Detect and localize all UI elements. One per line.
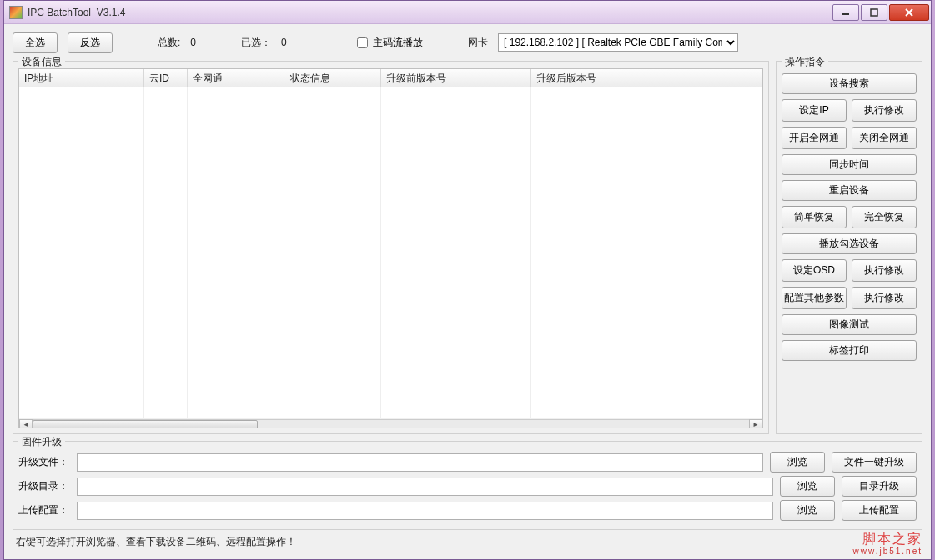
exec-modify-other-button[interactable]: 执行修改 [852, 287, 917, 309]
footer-hint: 右键可选择打开浏览器、查看下载设备二维码、远程配置操作！ [13, 535, 922, 549]
titlebar: IPC BatchTool_V3.1.4 [4, 1, 931, 24]
upload-config-input[interactable] [77, 502, 773, 520]
total-label: 总数: [158, 36, 180, 50]
invert-select-button[interactable]: 反选 [68, 32, 113, 53]
mainstream-checkbox[interactable] [357, 38, 368, 48]
scroll-left-arrow[interactable]: ◄ [19, 419, 33, 429]
exec-modify-ip-button[interactable]: 执行修改 [852, 99, 917, 122]
mainstream-text: 主码流播放 [373, 37, 423, 48]
selected-label: 已选： [241, 36, 271, 50]
device-table[interactable]: IP地址 云ID 全网通 状态信息 升级前版本号 升级后版本号 [18, 68, 763, 428]
selected-value: 0 [281, 37, 287, 48]
watermark-en: www.jb51.net [853, 547, 922, 556]
minimize-button[interactable] [832, 4, 859, 21]
config-other-button[interactable]: 配置其他参数 [782, 287, 847, 309]
dir-upgrade-button[interactable]: 目录升级 [842, 476, 917, 497]
watermark: 脚本之家 www.jb51.net [853, 532, 922, 556]
action-group: 操作指令 设备搜索 设定IP 执行修改 开启全网通 关闭全网通 同步时间 重启设… [776, 61, 922, 434]
svg-rect-1 [871, 9, 877, 16]
simple-restore-button[interactable]: 简单恢复 [782, 206, 847, 228]
browse-dir-button[interactable]: 浏览 [780, 476, 835, 497]
upload-config-label: 上传配置： [18, 503, 70, 518]
set-osd-button[interactable]: 设定OSD [782, 259, 847, 282]
col-post-ver[interactable]: 升级后版本号 [531, 69, 762, 87]
upgrade-file-label: 升级文件： [18, 455, 70, 469]
full-restore-button[interactable]: 完全恢复 [852, 206, 917, 228]
app-icon [9, 6, 23, 19]
col-all-net[interactable]: 全网通 [188, 69, 239, 87]
window-title: IPC BatchTool_V3.1.4 [28, 7, 832, 18]
select-all-button[interactable]: 全选 [13, 32, 58, 53]
firmware-group: 固件升级 升级文件： 浏览 文件一键升级 升级目录： 浏览 目录升级 上传配置：… [13, 441, 922, 530]
reboot-button[interactable]: 重启设备 [782, 180, 917, 201]
play-selected-button[interactable]: 播放勾选设备 [782, 233, 917, 254]
upgrade-dir-label: 升级目录： [18, 479, 70, 493]
firmware-group-title: 固件升级 [18, 435, 65, 449]
enable-allnet-button[interactable]: 开启全网通 [782, 127, 847, 149]
upgrade-file-input[interactable] [77, 453, 763, 472]
device-info-group: 设备信息 IP地址 云ID 全网通 状态信息 升级前版本号 升级后版本号 [13, 61, 769, 434]
file-upgrade-button[interactable]: 文件一键升级 [832, 452, 917, 472]
maximize-button[interactable] [861, 4, 887, 21]
watermark-zh: 脚本之家 [853, 532, 922, 547]
upload-config-button[interactable]: 上传配置 [842, 500, 917, 521]
nic-label: 网卡 [468, 36, 488, 50]
label-print-button[interactable]: 标签打印 [782, 340, 917, 361]
search-devices-button[interactable]: 设备搜索 [782, 73, 917, 94]
app-window: IPC BatchTool_V3.1.4 全选 反选 总数: 0 已选： 0 [3, 0, 932, 560]
mainstream-checkbox-label[interactable]: 主码流播放 [357, 36, 423, 50]
device-info-title: 设备信息 [18, 55, 65, 69]
scroll-thumb[interactable] [33, 420, 258, 429]
table-body[interactable] [19, 88, 762, 418]
horizontal-scrollbar[interactable]: ◄ ► [19, 418, 762, 428]
col-cloud-id[interactable]: 云ID [144, 69, 188, 87]
disable-allnet-button[interactable]: 关闭全网通 [852, 127, 917, 149]
browse-file-button[interactable]: 浏览 [770, 452, 825, 472]
image-test-button[interactable]: 图像测试 [782, 314, 917, 335]
col-ip[interactable]: IP地址 [19, 69, 144, 87]
browse-config-button[interactable]: 浏览 [780, 500, 835, 521]
set-ip-button[interactable]: 设定IP [782, 99, 847, 122]
nic-select[interactable]: [ 192.168.2.102 ] [ Realtek PCIe GBE Fam… [498, 33, 738, 52]
col-pre-ver[interactable]: 升级前版本号 [381, 69, 531, 87]
action-group-title: 操作指令 [782, 55, 828, 69]
upgrade-dir-input[interactable] [77, 478, 773, 496]
sync-time-button[interactable]: 同步时间 [782, 154, 917, 175]
close-button[interactable] [889, 4, 929, 21]
col-status[interactable]: 状态信息 [239, 69, 381, 87]
exec-modify-osd-button[interactable]: 执行修改 [852, 259, 917, 282]
scroll-right-arrow[interactable]: ► [749, 419, 762, 429]
total-value: 0 [190, 37, 196, 48]
